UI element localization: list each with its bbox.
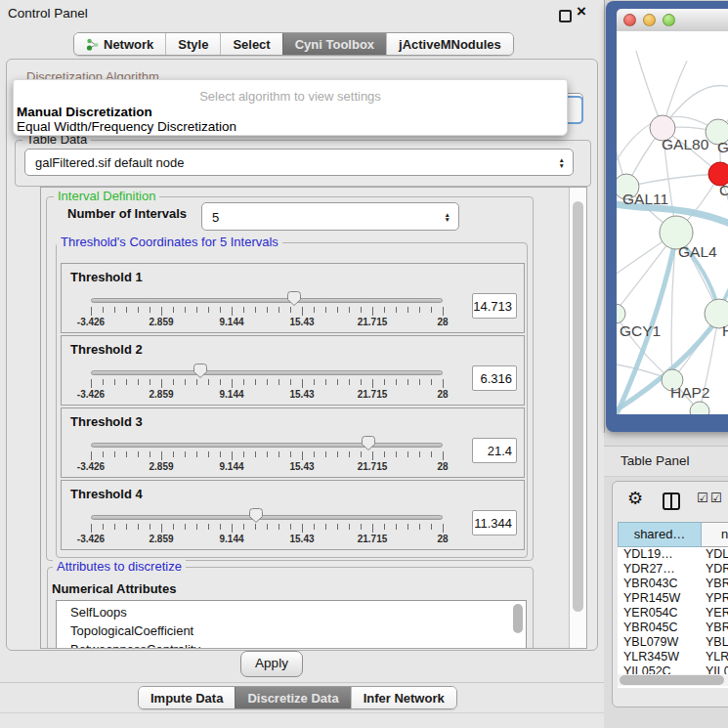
slider-tick (91, 379, 92, 388)
slider-tick-label: -3.426 (77, 461, 105, 472)
slider-handle[interactable] (361, 435, 376, 455)
table-data-combobox[interactable]: galFiltered.sif default node ▲▼ (24, 149, 574, 176)
slider-tick (337, 307, 338, 313)
column-header-name[interactable]: name (702, 522, 728, 547)
select-all-checkbox-icon[interactable]: ☑ (697, 491, 708, 505)
slider-tick (173, 307, 174, 313)
list-scrollbar[interactable] (513, 604, 523, 633)
tab-network[interactable]: Network (74, 33, 165, 55)
network-window-titlebar[interactable] (617, 9, 728, 32)
slider-track[interactable] (91, 515, 443, 520)
numerical-attributes-list[interactable]: SelfLoopsTopologicalCoefficientBetweenne… (56, 600, 527, 649)
slider-tick (196, 524, 197, 530)
slider-tick (208, 451, 209, 457)
slider-tick-label: 9.144 (219, 389, 243, 400)
horizontal-scrollbar[interactable] (618, 674, 728, 686)
gear-icon[interactable]: ⚙ (627, 488, 643, 509)
slider-track[interactable] (91, 298, 443, 303)
attribute-item[interactable]: SelfLoops (70, 603, 127, 621)
tab-select[interactable]: Select (220, 33, 281, 55)
dropdown-placeholder-item[interactable]: Select algorithm to view settings (14, 89, 567, 104)
float-window-icon[interactable] (559, 10, 572, 22)
network-node-gcy1[interactable] (617, 304, 625, 323)
slider-handle[interactable] (286, 290, 302, 311)
tab-jactivemnodules[interactable]: jActiveMNodules (386, 33, 513, 55)
attribute-item[interactable]: TopologicalCoefficient (70, 621, 193, 640)
slider-tick (384, 379, 385, 385)
slider-tick-label: 9.144 (219, 317, 243, 327)
slider-tick (267, 379, 268, 385)
table-row[interactable]: YPR145WYPR1 (618, 591, 728, 606)
vertical-scrollbar[interactable] (569, 188, 587, 648)
slider-tick (384, 524, 385, 530)
tab-infer-network[interactable]: Infer Network (351, 687, 456, 708)
node-label: HAP2 (670, 384, 710, 401)
slider-tick (337, 379, 338, 385)
scrollbar-thumb[interactable] (620, 675, 724, 685)
dropdown-item-equal-width[interactable]: Equal Width/Frequency Discretization (17, 119, 236, 134)
num-intervals-combobox[interactable]: 5 ▲▼ (201, 202, 459, 231)
threshold-value-field[interactable]: 14.713 (472, 293, 517, 319)
table-row[interactable]: YBR045CYBR0 (618, 621, 728, 635)
table-row[interactable]: YDR27…YDR2 (618, 562, 728, 577)
slider-tick (185, 307, 186, 313)
network-canvas[interactable]: GAL80GACGAL11GAL4GCY1HHAP2 (617, 31, 728, 414)
apply-button[interactable]: Apply (240, 651, 303, 677)
slider-tick (103, 307, 104, 313)
table-panel-title: Table Panel (621, 453, 690, 468)
select-columns-checkbox-icon[interactable]: ☑ (710, 491, 722, 505)
tab-style[interactable]: Style (165, 33, 220, 55)
dropdown-item-manual-discretization[interactable]: Manual Discretization (17, 105, 152, 119)
table-row[interactable]: YDL19…YDL1 (618, 547, 728, 562)
interval-definition-group: Number of Intervals 5 ▲▼ Threshold's Coo… (46, 196, 534, 561)
cell-name: YLR3 (706, 650, 728, 664)
slider-tick (138, 379, 139, 385)
slider-tick (161, 307, 162, 316)
slider-tick (232, 379, 233, 388)
tab-label: Infer Network (364, 691, 445, 706)
table-row[interactable]: YBR043CYBR0 (618, 577, 728, 591)
slider-tick (431, 451, 432, 457)
table-row[interactable]: YER054CYER0 (618, 606, 728, 621)
table-row[interactable]: YBL079WYBL0 (618, 635, 728, 650)
slider-tick-label: 28 (437, 389, 448, 400)
slider-tick-label: 2.859 (149, 461, 173, 472)
split-table-icon[interactable] (663, 492, 680, 510)
threshold-value-field[interactable]: 6.316 (472, 365, 517, 391)
slider-tick (243, 451, 244, 457)
close-icon[interactable]: × (577, 2, 586, 21)
threshold-label: Threshold 2 (70, 342, 143, 357)
threshold-value-field[interactable]: 11.344 (472, 510, 517, 535)
slider-tick (314, 307, 315, 313)
slider-tick (396, 379, 397, 385)
tab-discretize-data[interactable]: Discretize Data (235, 687, 350, 708)
node-label: GAL4 (678, 243, 717, 260)
zoom-traffic-light-icon[interactable] (663, 14, 675, 26)
threshold-value-field[interactable]: 21.4 (472, 438, 517, 463)
slider-track[interactable] (91, 370, 443, 375)
slider-handle[interactable] (248, 507, 264, 528)
close-traffic-light-icon[interactable] (623, 14, 636, 26)
node-label: GAL80 (662, 136, 709, 152)
slider-tick (150, 379, 150, 385)
tab-label: Cyni Toolbox (295, 37, 374, 52)
attribute-item[interactable]: BetweennessCentrality (70, 640, 200, 649)
slider-tick-label: 21.715 (358, 534, 388, 544)
combobox-arrows-icon: ▲▼ (559, 157, 565, 168)
minimize-traffic-light-icon[interactable] (643, 14, 656, 26)
tab-impute-data[interactable]: Impute Data (139, 687, 235, 708)
table-row[interactable]: YLR345WYLR3 (618, 650, 728, 664)
slider-tick (337, 451, 338, 457)
slider-track[interactable] (91, 443, 443, 448)
column-header-shared-name[interactable]: shared… (618, 522, 702, 547)
slider-handle[interactable] (193, 363, 208, 383)
slider-tick (290, 451, 291, 457)
slider-tick (196, 307, 197, 313)
slider-tick (278, 451, 279, 457)
scrollbar-thumb[interactable] (573, 201, 583, 612)
tab-cyni-toolbox[interactable]: Cyni Toolbox (282, 33, 386, 55)
slider-tick-label: -3.426 (77, 389, 105, 400)
slider-tick (267, 451, 268, 457)
slider-tick (384, 307, 385, 313)
table-panel: ⚙ ☑ ☑ shared… name YDL19…YDL1YDR27…YDR2Y… (612, 481, 728, 707)
